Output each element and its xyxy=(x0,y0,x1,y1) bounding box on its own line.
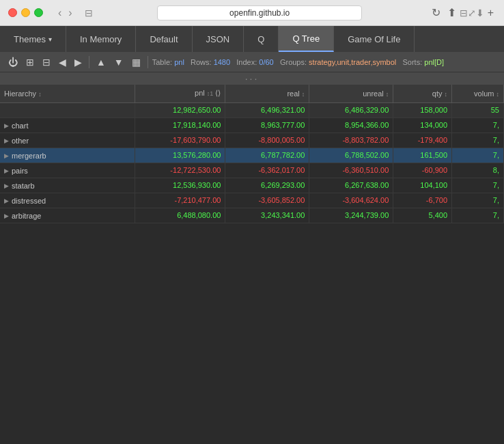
summary-row: 12,982,650.00 6,496,321.00 6,486,329.00 … xyxy=(0,102,504,117)
table-header-row: Hierarchy ↕ pnl ↕1 ⟨⟩ real ↕ unreal ↕ qt… xyxy=(0,85,504,102)
maximize-button[interactable] xyxy=(34,8,43,17)
cell-volume-statarb: 7, xyxy=(452,178,504,193)
tab-json[interactable]: JSON xyxy=(193,26,244,52)
table-row: ▶distressed-7,210,477.00-3,605,852.00-3,… xyxy=(0,193,504,208)
col-header-qty[interactable]: qty ↕ xyxy=(393,85,452,102)
cell-qty-chart: 134,000 xyxy=(393,117,452,133)
col-header-unreal[interactable]: unreal ↕ xyxy=(309,85,393,102)
forward-button[interactable]: › xyxy=(66,5,74,20)
table-row: ▶chart17,918,140.008,963,777.008,954,366… xyxy=(0,117,504,133)
rows-label: Rows: xyxy=(191,58,212,66)
tab-themes[interactable]: Themes ▾ xyxy=(0,26,66,52)
row-expander-chart[interactable]: ▶chart xyxy=(4,122,28,130)
main-content: Themes ▾ In Memory Default JSON Q Q Tree… xyxy=(0,26,504,444)
cell-pnl-distressed: -7,210,477.00 xyxy=(135,193,225,208)
toolbar-btn-2[interactable]: ⊟ xyxy=(40,55,53,69)
table-row: ▶mergerarb13,576,280.006,787,782.006,788… xyxy=(0,148,504,163)
cell-unreal-chart: 8,954,366.00 xyxy=(309,117,393,133)
tab-q[interactable]: Q xyxy=(244,26,279,52)
tab-in-memory[interactable]: In Memory xyxy=(66,26,136,52)
summary-hierarchy xyxy=(0,102,135,117)
toolbar-btn-grid[interactable]: ▦ xyxy=(129,55,143,69)
cell-pnl-arbitrage: 6,488,080.00 xyxy=(135,208,225,223)
table-row: ▶other-17,603,790.00-8,800,005.00-8,803,… xyxy=(0,133,504,148)
cell-hierarchy-arbitrage[interactable]: ▶arbitrage xyxy=(0,208,135,223)
toolbar-btn-up[interactable]: ▲ xyxy=(94,55,109,69)
cell-unreal-mergerarb: 6,788,502.00 xyxy=(309,148,393,163)
close-button[interactable] xyxy=(8,8,17,17)
toolbar-btn-next[interactable]: ▶ xyxy=(72,55,85,69)
qty-sort-icon: ↕ xyxy=(445,91,448,98)
row-expander-arbitrage[interactable]: ▶arbitrage xyxy=(4,212,41,220)
cell-hierarchy-other[interactable]: ▶other xyxy=(0,133,135,148)
cell-hierarchy-mergerarb[interactable]: ▶mergerarb xyxy=(0,148,135,163)
toolbar-info: Table: pnl Rows: 1480 Index: 0/60 Groups… xyxy=(152,58,444,66)
refresh-button[interactable]: ↻ xyxy=(428,6,444,19)
index-label: Index: xyxy=(236,58,257,66)
cell-hierarchy-distressed[interactable]: ▶distressed xyxy=(0,193,135,208)
cell-hierarchy-chart[interactable]: ▶chart xyxy=(0,117,135,133)
new-tab-button[interactable]: + xyxy=(484,7,497,19)
window-button[interactable]: ⊟ xyxy=(85,8,93,18)
expand-icon-arbitrage: ▶ xyxy=(4,212,9,219)
nav-tabs: Themes ▾ In Memory Default JSON Q Q Tree… xyxy=(0,26,504,52)
row-expander-distressed[interactable]: ▶distressed xyxy=(4,197,46,205)
expand-icon-mergerarb: ▶ xyxy=(4,152,9,159)
tab-default[interactable]: Default xyxy=(136,26,192,52)
cell-real-pairs: -6,362,017.00 xyxy=(225,163,309,178)
row-expander-mergerarb[interactable]: ▶mergerarb xyxy=(4,152,46,160)
fullscreen-button[interactable]: ⤢ xyxy=(468,8,476,18)
rows-value: 1480 xyxy=(214,58,230,66)
power-button[interactable]: ⏻ xyxy=(5,55,20,69)
table-row: ▶statarb12,536,930.006,269,293.006,267,6… xyxy=(0,178,504,193)
row-expander-other[interactable]: ▶other xyxy=(4,137,29,145)
unreal-sort-icon: ↕ xyxy=(386,91,389,98)
tab-default-label: Default xyxy=(150,34,178,44)
toolbar-btn-down[interactable]: ▼ xyxy=(111,55,126,69)
nav-buttons: ‹ › xyxy=(51,5,79,20)
cell-real-chart: 8,963,777.00 xyxy=(225,117,309,133)
dots-icon: ··· xyxy=(245,73,260,84)
cell-unreal-distressed: -3,604,624.00 xyxy=(309,193,393,208)
tab-q-tree[interactable]: Q Tree xyxy=(279,26,334,52)
cell-pnl-chart: 17,918,140.00 xyxy=(135,117,225,133)
groups-label: Groups: xyxy=(280,58,307,66)
cell-real-mergerarb: 6,787,782.00 xyxy=(225,148,309,163)
expand-icon-distressed: ▶ xyxy=(4,197,9,204)
cell-pnl-statarb: 12,536,930.00 xyxy=(135,178,225,193)
cell-qty-other: -179,400 xyxy=(393,133,452,148)
expand-icon-other: ▶ xyxy=(4,137,9,144)
cell-hierarchy-statarb[interactable]: ▶statarb xyxy=(0,178,135,193)
cell-pnl-other: -17,603,790.00 xyxy=(135,133,225,148)
table-wrapper: Hierarchy ↕ pnl ↕1 ⟨⟩ real ↕ unreal ↕ qt… xyxy=(0,85,504,444)
table-body: 12,982,650.00 6,496,321.00 6,486,329.00 … xyxy=(0,102,504,223)
table-label: Table: xyxy=(152,58,172,66)
table-row: ▶pairs-12,722,530.00-6,362,017.00-6,360,… xyxy=(0,163,504,178)
cell-hierarchy-pairs[interactable]: ▶pairs xyxy=(0,163,135,178)
toolbar: ⏻ ⊞ ⊟ ◀ ▶ ▲ ▼ ▦ Table: pnl Rows: 1480 In… xyxy=(0,52,504,72)
row-expander-statarb[interactable]: ▶statarb xyxy=(4,182,35,190)
col-header-hierarchy[interactable]: Hierarchy ↕ xyxy=(0,85,135,102)
expand-icon-pairs: ▶ xyxy=(4,167,9,174)
row-expander-pairs[interactable]: ▶pairs xyxy=(4,167,28,175)
toolbar-btn-prev[interactable]: ◀ xyxy=(56,55,69,69)
summary-volume: 55 xyxy=(452,102,504,117)
pnl-sort-icon: ↕1 xyxy=(207,90,214,97)
sorts-label: Sorts: xyxy=(402,58,422,66)
hierarchy-sort-icon: ↕ xyxy=(38,91,42,98)
col-header-real[interactable]: real ↕ xyxy=(225,85,309,102)
tab-q-label: Q xyxy=(257,34,264,44)
col-header-volume[interactable]: volum ↕ xyxy=(452,85,504,102)
share-button[interactable]: ⬆ xyxy=(444,6,460,19)
tab-game-of-life-label: Game Of Life xyxy=(348,34,400,44)
minimize-button[interactable] xyxy=(21,8,30,17)
download-button[interactable]: ⬇ xyxy=(476,8,484,18)
minimize-window-button[interactable]: ⊟ xyxy=(460,8,468,18)
url-display[interactable]: openfin.github.io xyxy=(157,5,362,20)
back-button[interactable]: ‹ xyxy=(55,5,64,20)
tab-game-of-life[interactable]: Game Of Life xyxy=(334,26,415,52)
toolbar-btn-1[interactable]: ⊞ xyxy=(23,55,37,69)
cell-unreal-arbitrage: 3,244,739.00 xyxy=(309,208,393,223)
col-header-pnl[interactable]: pnl ↕1 ⟨⟩ xyxy=(135,85,225,102)
titlebar-right: ↻ ⬆ ⊟ ⤢ ⬇ + xyxy=(421,6,504,19)
